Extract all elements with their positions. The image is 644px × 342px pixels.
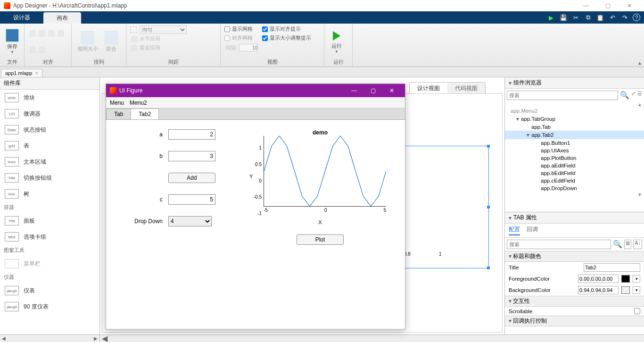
prop-section-callback-exec[interactable]: ▾ 回调执行控制 xyxy=(505,316,644,326)
tree-node[interactable]: app.UIAxes xyxy=(505,147,644,154)
plot-xticks: -5 0 5 xyxy=(264,208,386,213)
prop-tab-callback[interactable]: 回调 xyxy=(527,225,538,235)
component-item[interactable]: gauge90 度仪表 xyxy=(0,299,99,315)
ui-figure-titlebar[interactable]: UI Figure — ▢ ✕ xyxy=(106,84,405,97)
component-item[interactable]: tree树 xyxy=(0,186,99,202)
component-item[interactable]: Title面板 xyxy=(0,213,99,229)
search-icon[interactable]: 🔍 xyxy=(620,91,629,100)
prop-checkbox-scrollable[interactable] xyxy=(634,308,640,314)
props-search-input[interactable] xyxy=(507,240,611,249)
tree-node[interactable]: app.PlotButton xyxy=(505,154,644,162)
tab-designer[interactable]: 设计器 xyxy=(0,11,43,24)
file-tab-app1[interactable]: app1.mlapp × xyxy=(1,69,42,77)
browser-search-input[interactable] xyxy=(507,91,618,100)
maximize-button[interactable]: ▢ xyxy=(363,87,382,94)
resize-handle[interactable] xyxy=(487,206,490,209)
component-icon: Title xyxy=(5,216,19,225)
resize-handle[interactable] xyxy=(487,267,490,269)
component-item[interactable]: Title切换按钮组 xyxy=(0,170,99,186)
ribbon-collapse-button[interactable]: ▲ xyxy=(636,24,644,67)
left-scrollbar[interactable]: ◀▶ xyxy=(0,335,100,342)
expand-all-icon[interactable]: ⤢ xyxy=(631,91,636,100)
prop-input-bg[interactable] xyxy=(578,286,619,294)
view-tab-code[interactable]: 代码视图 xyxy=(447,83,485,94)
input-a[interactable] xyxy=(168,129,215,140)
close-button[interactable]: ✕ xyxy=(619,0,640,11)
prop-input-title[interactable] xyxy=(584,263,640,272)
show-resize-hint-checkbox[interactable]: 显示大小调整提示 xyxy=(262,34,311,42)
tree-node[interactable]: ▾app.Tab2 xyxy=(505,131,644,139)
prop-tab-config[interactable]: 配置 xyxy=(509,225,520,235)
save-icon[interactable]: 💾 xyxy=(559,13,568,22)
collapse-all-icon[interactable]: ☰ xyxy=(637,91,642,100)
align-middle-icon xyxy=(29,47,36,53)
menu-item[interactable]: Menu xyxy=(110,100,124,106)
expand-icon[interactable]: ▾ xyxy=(527,132,531,138)
maximize-button[interactable]: ▢ xyxy=(597,0,619,11)
tree-node[interactable]: app.bEditField xyxy=(505,169,644,177)
component-item[interactable]: slide滑块 xyxy=(0,90,99,106)
show-align-hint-checkbox[interactable]: 显示对齐提示 xyxy=(262,25,301,33)
sort-icon[interactable]: A↓ xyxy=(633,240,642,249)
prop-section-interactivity[interactable]: ▾ 交互性 xyxy=(505,296,644,307)
tree-node[interactable]: app.aEditField xyxy=(505,162,644,169)
tree-scroll-down[interactable]: ▼ xyxy=(505,192,644,197)
component-item[interactable]: grid表 xyxy=(0,138,99,154)
component-item[interactable]: 123微调器 xyxy=(0,106,99,122)
menu-item[interactable]: Menu2 xyxy=(130,100,147,106)
component-item[interactable]: State状态按钮 xyxy=(0,122,99,138)
tree-node[interactable]: app.Tab xyxy=(505,123,644,131)
expand-icon[interactable]: ▾ xyxy=(516,116,521,122)
prop-input-fg[interactable] xyxy=(578,275,619,283)
help-icon[interactable]: ? xyxy=(633,14,640,21)
collapse-icon[interactable]: ▾ xyxy=(509,215,512,221)
ui-figure-window[interactable]: UI Figure — ▢ ✕ Menu Menu2 Tab Tab2 a b … xyxy=(106,83,405,330)
view-tab-design[interactable]: 设计视图 xyxy=(410,83,447,94)
tree-node[interactable]: app.cEditField xyxy=(505,177,644,184)
fg-swatch[interactable] xyxy=(621,275,630,283)
tree-node-clipped[interactable]: app.Menu2 xyxy=(505,107,644,115)
input-b[interactable] xyxy=(168,151,215,161)
cut-icon[interactable]: ✂ xyxy=(571,13,580,22)
component-item[interactable]: tabs选项卡组 xyxy=(0,229,99,245)
save-button[interactable]: 保存 ▼ xyxy=(4,28,21,55)
align-grid-checkbox[interactable]: 对齐网格 xyxy=(224,34,253,42)
collapse-icon[interactable]: ▾ xyxy=(509,80,512,86)
undo-icon[interactable]: ↶ xyxy=(608,13,617,22)
chevron-down-icon: ▼ xyxy=(10,50,14,54)
plot-axes[interactable] xyxy=(264,136,386,207)
component-tree[interactable]: ▲ app.Menu2 ▾app.TabGroupapp.Tab▾app.Tab… xyxy=(505,102,644,212)
add-button[interactable]: Add xyxy=(168,173,215,183)
bg-dropdown-icon[interactable]: ▾ xyxy=(633,286,640,294)
paste-icon[interactable]: 📋 xyxy=(596,13,604,22)
close-button[interactable]: ✕ xyxy=(382,87,401,94)
canvas-scrollbar[interactable]: ◀ xyxy=(100,335,644,342)
tree-scroll-up[interactable]: ▲ xyxy=(505,102,644,107)
bg-swatch[interactable] xyxy=(621,286,630,294)
dropdown-select[interactable]: 4 xyxy=(168,216,212,226)
run-button[interactable]: 运行 ▼ xyxy=(328,28,345,55)
component-library-panel: 组件库 slide滑块123微调器State状态按钮grid表lines文本区域… xyxy=(0,77,100,334)
tree-node[interactable]: app.DropDown xyxy=(505,184,644,192)
file-tab-close-icon[interactable]: × xyxy=(35,70,38,76)
input-c[interactable] xyxy=(168,194,215,205)
minimize-button[interactable]: — xyxy=(575,0,597,11)
prop-section-title-color[interactable]: ▾ 标题和颜色 xyxy=(505,251,644,262)
categorize-icon[interactable]: ⊞ xyxy=(624,240,631,249)
tab-tab[interactable]: Tab xyxy=(106,108,131,119)
tab-canvas[interactable]: 画布 xyxy=(43,12,81,24)
run-icon[interactable]: ▶ xyxy=(547,13,555,22)
plot-button[interactable]: Plot xyxy=(297,234,344,245)
copy-icon[interactable]: ⧉ xyxy=(584,13,592,22)
redo-icon[interactable]: ↷ xyxy=(620,13,629,22)
minimize-button[interactable]: — xyxy=(345,87,363,94)
component-item[interactable]: lines文本区域 xyxy=(0,154,99,170)
component-item[interactable]: gauge仪表 xyxy=(0,283,99,299)
search-icon[interactable]: 🔍 xyxy=(613,240,622,249)
fg-dropdown-icon[interactable]: ▾ xyxy=(633,275,640,283)
tab-tab2[interactable]: Tab2 xyxy=(131,108,159,119)
resize-handle[interactable] xyxy=(487,145,490,148)
tree-node[interactable]: ▾app.TabGroup xyxy=(505,115,644,123)
show-grid-checkbox[interactable]: 显示网格 xyxy=(224,25,253,33)
tree-node[interactable]: app.Button1 xyxy=(505,139,644,147)
